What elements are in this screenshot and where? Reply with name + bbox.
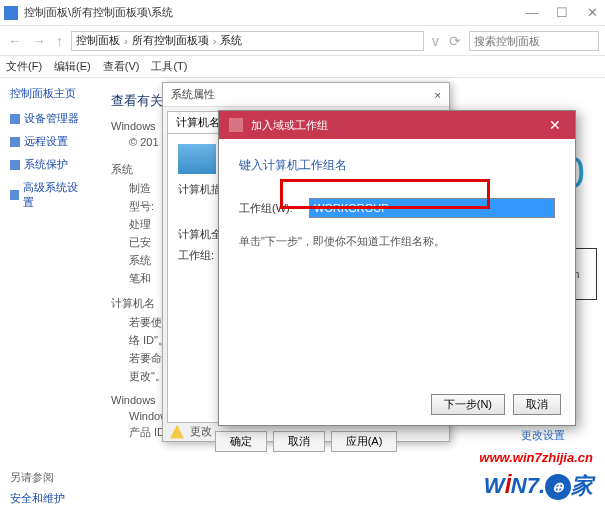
dialog-title: 系统属性 bbox=[171, 87, 215, 102]
logo-badge-icon: ⊕ bbox=[545, 474, 571, 500]
search-input[interactable] bbox=[469, 31, 599, 51]
app-icon bbox=[4, 6, 18, 20]
workgroup-input[interactable] bbox=[309, 198, 555, 218]
menu-edit[interactable]: 编辑(E) bbox=[54, 59, 91, 74]
device-icon bbox=[10, 114, 20, 124]
maximize-button[interactable]: ☐ bbox=[553, 5, 571, 20]
join-dialog-title: 加入域或工作组 bbox=[251, 118, 328, 133]
watermark-url: www.win7zhijia.cn bbox=[479, 450, 593, 465]
join-dialog-heading: 键入计算机工作组名 bbox=[239, 157, 555, 174]
sidebar-item-remote[interactable]: 远程设置 bbox=[10, 134, 85, 149]
close-button[interactable]: ✕ bbox=[583, 5, 601, 20]
gear-icon bbox=[10, 190, 19, 200]
breadcrumb-dropdown[interactable]: v bbox=[430, 33, 441, 49]
remote-icon bbox=[10, 137, 20, 147]
join-dialog-close-button[interactable]: ✕ bbox=[545, 117, 565, 133]
sidebar-item-label: 系统保护 bbox=[24, 157, 68, 172]
forward-button[interactable]: → bbox=[30, 33, 48, 49]
sidebar-home[interactable]: 控制面板主页 bbox=[10, 86, 85, 101]
refresh-button[interactable]: ⟳ bbox=[447, 33, 463, 49]
sidebar: 控制面板主页 设备管理器 远程设置 系统保护 高级系统设置 另请参阅 安全和维护… bbox=[0, 78, 95, 508]
cancel-button[interactable]: 取消 bbox=[513, 394, 561, 415]
also-section: 另请参阅 安全和维护 Windows 更新 bbox=[10, 470, 85, 509]
wizard-icon bbox=[229, 118, 243, 132]
up-button[interactable]: ↑ bbox=[54, 33, 65, 49]
workgroup-field-label: 工作组(W): bbox=[239, 201, 299, 216]
window-title: 控制面板\所有控制面板项\系统 bbox=[24, 5, 523, 20]
menu-view[interactable]: 查看(V) bbox=[103, 59, 140, 74]
ok-button[interactable]: 确定 bbox=[215, 431, 267, 452]
navbar: ← → ↑ 控制面板› 所有控制面板项› 系统 v ⟳ bbox=[0, 26, 605, 56]
computer-icon bbox=[178, 144, 216, 174]
sidebar-item-label: 高级系统设置 bbox=[23, 180, 85, 210]
sidebar-item-label: 远程设置 bbox=[24, 134, 68, 149]
workgroup-field-row: 工作组(W): bbox=[239, 198, 555, 218]
dialog-close-button[interactable]: × bbox=[435, 89, 441, 101]
menu-tools[interactable]: 工具(T) bbox=[151, 59, 187, 74]
cancel-button[interactable]: 取消 bbox=[273, 431, 325, 452]
next-button[interactable]: 下一步(N) bbox=[431, 394, 505, 415]
join-dialog-hint: 单击"下一步"，即使你不知道工作组名称。 bbox=[239, 234, 555, 249]
join-dialog-titlebar: 加入域或工作组 ✕ bbox=[219, 111, 575, 139]
apply-button[interactable]: 应用(A) bbox=[331, 431, 398, 452]
breadcrumb[interactable]: 控制面板› 所有控制面板项› 系统 bbox=[71, 31, 424, 51]
join-dialog-body: 键入计算机工作组名 工作组(W): 单击"下一步"，即使你不知道工作组名称。 bbox=[219, 139, 575, 267]
breadcrumb-item[interactable]: 控制面板 bbox=[76, 33, 120, 48]
join-dialog-buttons: 下一步(N) 取消 bbox=[431, 394, 561, 415]
also-security[interactable]: 安全和维护 bbox=[10, 491, 85, 506]
back-button[interactable]: ← bbox=[6, 33, 24, 49]
site-logo: WİN7.⊕家 bbox=[484, 471, 593, 501]
sidebar-item-protection[interactable]: 系统保护 bbox=[10, 157, 85, 172]
warning-text: 更改 bbox=[190, 424, 212, 439]
sidebar-item-device-manager[interactable]: 设备管理器 bbox=[10, 111, 85, 126]
warning-row: 更改 bbox=[170, 424, 212, 439]
menu-file[interactable]: 文件(F) bbox=[6, 59, 42, 74]
breadcrumb-item[interactable]: 所有控制面板项 bbox=[132, 33, 209, 48]
also-header: 另请参阅 bbox=[10, 470, 85, 485]
window-titlebar: 控制面板\所有控制面板项\系统 — ☐ ✕ bbox=[0, 0, 605, 26]
breadcrumb-item[interactable]: 系统 bbox=[220, 33, 242, 48]
menubar: 文件(F) 编辑(E) 查看(V) 工具(T) bbox=[0, 56, 605, 78]
sidebar-item-label: 设备管理器 bbox=[24, 111, 79, 126]
sidebar-item-advanced[interactable]: 高级系统设置 bbox=[10, 180, 85, 210]
warning-icon bbox=[170, 425, 184, 439]
shield-icon bbox=[10, 160, 20, 170]
minimize-button[interactable]: — bbox=[523, 5, 541, 20]
join-workgroup-dialog: 加入域或工作组 ✕ 键入计算机工作组名 工作组(W): 单击"下一步"，即使你不… bbox=[218, 110, 576, 426]
change-settings-link[interactable]: 更改设置 bbox=[521, 428, 565, 443]
dialog-titlebar: 系统属性 × bbox=[163, 83, 449, 107]
